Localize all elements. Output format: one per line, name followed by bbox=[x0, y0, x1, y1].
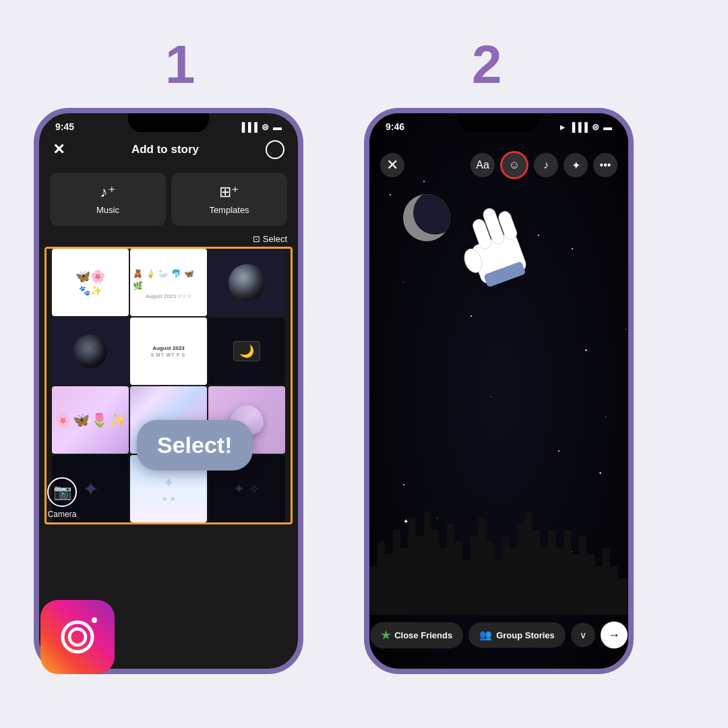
templates-icon: ⊞⁺ bbox=[219, 183, 239, 201]
select-icon: ⊡ bbox=[253, 234, 260, 244]
sticker-tool-button[interactable]: ☺ bbox=[500, 151, 528, 179]
signal-icon: ▐▐▐ bbox=[239, 122, 257, 132]
grid-cell-7[interactable]: 🌸🦋🌷✨ bbox=[52, 386, 129, 454]
battery-icon: ▬ bbox=[273, 122, 282, 132]
top-options-row: ♪⁺ Music ⊞⁺ Templates bbox=[39, 167, 298, 231]
step-1-label: 1 bbox=[165, 34, 195, 96]
group-icon: 👥 bbox=[479, 629, 492, 641]
ellipsis-icon: ••• bbox=[600, 159, 611, 171]
music-label: Music bbox=[96, 205, 119, 215]
wifi-icon: ⊜ bbox=[262, 122, 269, 132]
select-bubble: Select! bbox=[137, 420, 253, 471]
svg-point-4 bbox=[92, 617, 97, 623]
moon-graphic bbox=[403, 194, 450, 241]
expand-button[interactable]: ∨ bbox=[571, 623, 595, 647]
phone-1: 9:45 ▐▐▐ ⊜ ▬ ✕ Add to story ♪⁺ Music ⊞⁺ … bbox=[34, 108, 303, 674]
grid-cell-1[interactable]: 🦋🌸 🐾✨ bbox=[52, 249, 129, 316]
svg-rect-0 bbox=[40, 600, 115, 674]
header-title: Add to story bbox=[131, 143, 199, 156]
phone1-header: ✕ Add to story bbox=[39, 132, 298, 167]
send-button[interactable]: → bbox=[601, 621, 628, 648]
music-tool-button[interactable]: ♪ bbox=[534, 153, 558, 177]
arrow-right-icon: → bbox=[608, 628, 620, 642]
more-options-button[interactable]: ••• bbox=[593, 153, 617, 177]
select-label[interactable]: Select bbox=[263, 234, 287, 244]
close-friends-label: Close Friends bbox=[394, 630, 452, 640]
star-icon: ★ bbox=[381, 629, 390, 642]
group-stories-button[interactable]: 👥 Group Stories bbox=[468, 622, 566, 648]
text-tool-button[interactable]: Aa bbox=[471, 153, 495, 177]
text-aa-icon: Aa bbox=[476, 159, 489, 171]
music-button[interactable]: ♪⁺ Music bbox=[50, 173, 166, 226]
image-grid[interactable]: 🦋🌸 🐾✨ 🧸🍦🦢 🐬🦋🌿 August 2023 ☆☆☆ bbox=[44, 247, 293, 524]
grid-cell-5[interactable]: August 2023 SMTWTFS bbox=[130, 317, 207, 385]
close-button[interactable]: ✕ bbox=[53, 141, 65, 158]
templates-label: Templates bbox=[209, 205, 249, 215]
grid-cell-4[interactable] bbox=[52, 317, 129, 385]
sticker-icon: ☺ bbox=[509, 159, 520, 171]
hand-cursor-graphic bbox=[457, 201, 538, 299]
circle-icon[interactable] bbox=[266, 140, 284, 159]
phone1-notch bbox=[128, 113, 209, 132]
camera-button[interactable]: 📷 Camera bbox=[47, 477, 77, 519]
grid-cell-6[interactable]: 🌙 bbox=[208, 317, 285, 385]
camera-icon: 📷 bbox=[47, 477, 77, 507]
step-2-label: 2 bbox=[472, 34, 502, 96]
phone2-notch bbox=[458, 113, 539, 132]
phone-2: ✦ ✦ ✦ 9:46 ▸ ▐▐▐ ⊜ ▬ ✕ Aa ☺ ♪ bbox=[364, 108, 634, 674]
group-stories-label: Group Stories bbox=[496, 630, 555, 640]
music-note-icon: ♪ bbox=[543, 159, 549, 171]
chevron-down-icon: ∨ bbox=[580, 630, 586, 640]
instagram-logo bbox=[40, 600, 115, 674]
phone2-bottom-bar: ★ Close Friends 👥 Group Stories ∨ → bbox=[369, 621, 628, 648]
phone1-time: 9:45 bbox=[55, 121, 74, 132]
close-friends-button[interactable]: ★ Close Friends bbox=[370, 622, 463, 648]
grid-cell-2[interactable]: 🧸🍦🦢 🐬🦋🌿 August 2023 ☆☆☆ bbox=[130, 249, 207, 316]
phone2-close-button[interactable]: ✕ bbox=[380, 153, 404, 177]
camera-label: Camera bbox=[48, 510, 77, 519]
music-icon: ♪⁺ bbox=[100, 183, 116, 201]
grid-cell-3[interactable] bbox=[208, 249, 285, 316]
phone1-status-icons: ▐▐▐ ⊜ ▬ bbox=[239, 122, 282, 132]
effects-tool-button[interactable]: ✦ bbox=[564, 153, 588, 177]
templates-button[interactable]: ⊞⁺ Templates bbox=[171, 173, 287, 226]
phone2-toolbar-icons: Aa ☺ ♪ ✦ ••• bbox=[471, 151, 617, 179]
select-bar: ⊡ Select bbox=[39, 231, 298, 247]
sparkle-icon: ✦ bbox=[572, 159, 580, 172]
